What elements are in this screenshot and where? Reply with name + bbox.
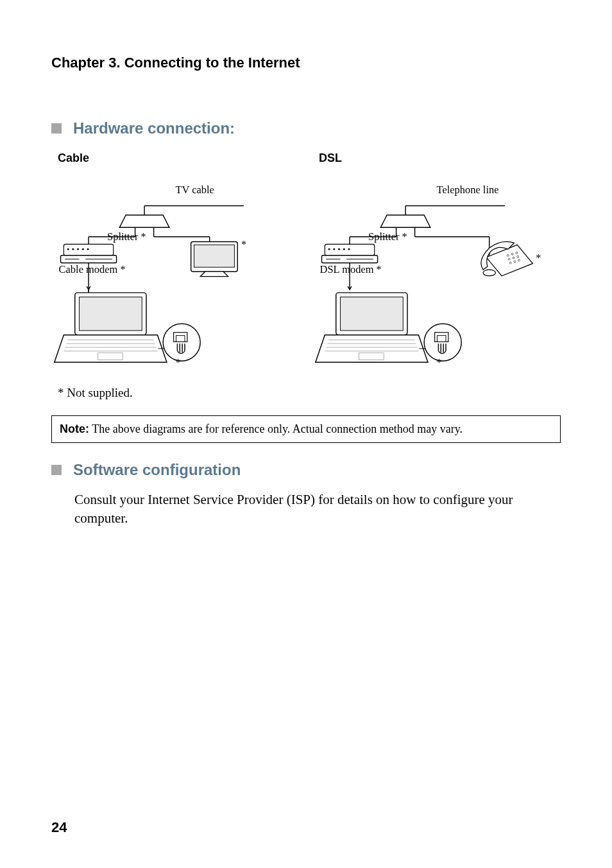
dsl-title: DSL: [319, 152, 561, 165]
software-heading: Software configuration: [73, 461, 241, 479]
svg-point-50: [483, 270, 495, 276]
svg-point-47: [338, 248, 340, 250]
svg-point-29: [163, 324, 200, 361]
dsl-port-asterisk: *: [437, 356, 442, 369]
diagrams-row: Cable: [51, 152, 561, 379]
tv-asterisk: *: [241, 238, 246, 250]
footnote: * Not supplied.: [58, 386, 561, 400]
svg-point-16: [87, 248, 89, 250]
tv-cable-label: TV cable: [176, 184, 214, 196]
page-number: 24: [51, 819, 67, 836]
telephone-line-label: Telephone line: [437, 184, 499, 196]
svg-point-12: [67, 248, 69, 250]
svg-point-15: [82, 248, 84, 250]
svg-rect-31: [176, 336, 185, 342]
svg-point-68: [424, 324, 461, 361]
square-bullet-icon: [51, 465, 62, 475]
svg-rect-22: [80, 297, 142, 331]
cable-diagram-svg: TV cable Splitter * Cable modem * * *: [51, 165, 300, 377]
note-box: Note: The above diagrams are for referen…: [51, 415, 561, 443]
hardware-heading: Hardware connection:: [73, 119, 235, 137]
software-body: Consult your Internet Service Provider (…: [74, 490, 561, 528]
chapter-title: Chapter 3. Connecting to the Internet: [51, 55, 561, 71]
svg-point-48: [343, 248, 345, 250]
cable-port-asterisk: *: [176, 356, 181, 369]
dsl-splitter-label: Splitter *: [368, 230, 407, 243]
svg-point-46: [333, 248, 335, 250]
phone-asterisk: *: [536, 252, 541, 264]
dsl-diagram: DSL: [312, 152, 561, 379]
square-bullet-icon: [51, 123, 62, 134]
note-label: Note:: [60, 422, 89, 435]
svg-rect-18: [194, 245, 235, 267]
dsl-modem-label: DSL modem *: [320, 263, 382, 275]
dsl-diagram-svg: Telephone line Splitter * DSL modem * * …: [312, 165, 561, 377]
cable-title: Cable: [58, 152, 300, 165]
cable-diagram: Cable: [51, 152, 300, 379]
cable-modem-label: Cable modem *: [59, 263, 126, 275]
svg-point-14: [77, 248, 79, 250]
svg-rect-70: [437, 336, 446, 342]
svg-point-45: [328, 248, 330, 250]
svg-point-49: [348, 248, 350, 250]
section-hardware: Hardware connection:: [51, 119, 561, 137]
telephone-icon: [481, 241, 533, 275]
svg-rect-62: [341, 297, 404, 331]
svg-point-13: [72, 248, 74, 250]
note-text: The above diagrams are for reference onl…: [89, 422, 463, 435]
section-software: Software configuration: [51, 461, 561, 479]
cable-splitter-label: Splitter *: [107, 230, 146, 243]
